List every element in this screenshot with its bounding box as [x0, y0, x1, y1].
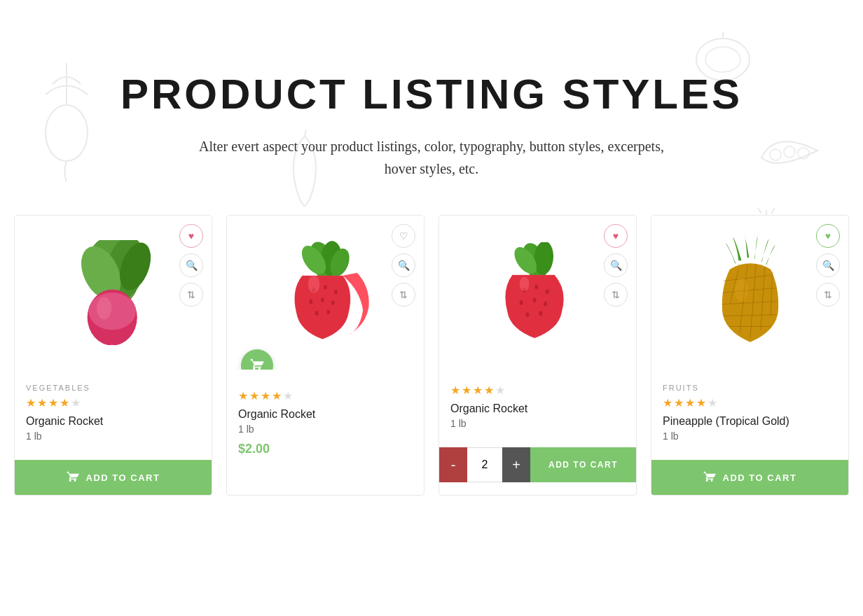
product-card-1: ♥ 🔍 ⇅ VEGETABLES ★ ★ ★ ★ ★ Organic Rocke… [14, 215, 212, 496]
qty-input-3[interactable] [467, 447, 502, 482]
star-2-3: ★ [261, 389, 270, 402]
cart-overlay-btn-2[interactable] [241, 349, 273, 370]
svg-point-46 [534, 284, 538, 289]
product-category-1: VEGETABLES [26, 384, 200, 392]
qty-plus-btn-3[interactable]: + [502, 447, 530, 482]
star-4-5: ★ [707, 396, 717, 410]
qty-cart-row-3: - + ADD TO CART [439, 447, 636, 482]
product-info-4: FRUITS ★ ★ ★ ★ ★ Pineapple (Tropical Gol… [651, 370, 848, 460]
product-image-wrapper-3: ♥ 🔍 ⇅ [439, 216, 636, 370]
product-image-wrapper-4: ♥ 🔍 ⇅ [651, 216, 848, 370]
wishlist-btn-1[interactable]: ♥ [179, 224, 203, 248]
product-card-3: ♥ 🔍 ⇅ ★ ★ ★ ★ ★ Organic Rocket 1 lb - [439, 215, 637, 496]
svg-point-36 [321, 298, 324, 302]
zoom-btn-4[interactable]: 🔍 [816, 253, 840, 277]
star-3-2: ★ [462, 384, 471, 397]
product-weight-4: 1 lb [663, 430, 837, 442]
stars-4: ★ ★ ★ ★ ★ [663, 396, 837, 410]
products-grid: ♥ 🔍 ⇅ VEGETABLES ★ ★ ★ ★ ★ Organic Rocke… [14, 215, 849, 496]
star-1-3: ★ [48, 396, 58, 410]
svg-point-50 [544, 301, 547, 306]
product-info-2: ★ ★ ★ ★ ★ Organic Rocket 1 lb $2.00 [227, 370, 424, 476]
star-2-1: ★ [238, 389, 248, 402]
wishlist-btn-3[interactable]: ♥ [604, 224, 628, 248]
cart-icon-4 [703, 471, 716, 484]
star-3-5: ★ [495, 384, 505, 397]
zoom-btn-2[interactable]: 🔍 [392, 253, 415, 277]
product-image-wrapper-1: ♥ 🔍 ⇅ [15, 216, 212, 370]
add-to-cart-label-3: ADD TO CART [548, 460, 618, 470]
cart-icon-overlay-2 [250, 358, 264, 370]
star-2-5: ★ [283, 389, 293, 402]
svg-point-48 [520, 300, 523, 304]
product-image-2 [268, 239, 383, 347]
svg-point-26 [88, 293, 136, 330]
star-1-2: ★ [37, 396, 47, 410]
add-to-cart-btn-3[interactable]: ADD TO CART [530, 447, 636, 482]
page-title: PRODUCT LISTING STYLES [14, 70, 849, 118]
add-to-cart-label-4: ADD TO CART [723, 472, 797, 483]
stars-2: ★ ★ ★ ★ ★ [238, 389, 413, 402]
page-subtitle: Alter evert aspect your product listings… [186, 135, 677, 180]
product-name-1: Organic Rocket [26, 415, 200, 428]
product-image-wrapper-2: ♡ 🔍 ⇅ [227, 216, 424, 370]
star-2-4: ★ [272, 389, 282, 402]
compare-btn-2[interactable]: ⇅ [392, 283, 415, 307]
product-actions-1: ♥ 🔍 ⇅ [179, 224, 203, 307]
add-to-cart-btn-1[interactable]: ADD TO CART [15, 460, 212, 495]
add-to-cart-label-1: ADD TO CART [86, 472, 160, 483]
wishlist-btn-2[interactable]: ♡ [392, 224, 415, 248]
compare-btn-1[interactable]: ⇅ [179, 283, 203, 307]
svg-point-39 [326, 309, 330, 314]
zoom-btn-3[interactable]: 🔍 [604, 253, 628, 277]
svg-point-27 [97, 297, 111, 319]
star-1-5: ★ [71, 396, 81, 410]
svg-line-13 [771, 208, 775, 214]
svg-point-35 [309, 299, 312, 304]
svg-point-51 [525, 312, 529, 317]
product-actions-2: ♡ 🔍 ⇅ [392, 224, 415, 307]
svg-point-47 [546, 289, 549, 294]
product-image-3 [483, 242, 592, 344]
svg-point-41 [308, 275, 320, 293]
svg-point-49 [533, 298, 537, 302]
product-name-4: Pineapple (Tropical Gold) [663, 415, 837, 428]
product-image-4 [698, 230, 803, 356]
svg-line-12 [758, 208, 761, 214]
product-actions-4: ♥ 🔍 ⇅ [816, 224, 840, 307]
svg-point-38 [315, 311, 319, 316]
product-weight-2: 1 lb [238, 424, 413, 435]
star-1-4: ★ [60, 396, 69, 410]
product-image-1 [57, 240, 170, 345]
product-price-2: $2.00 [238, 442, 413, 456]
product-category-4: FRUITS [663, 384, 837, 392]
svg-point-53 [520, 276, 530, 291]
svg-point-40 [352, 303, 357, 312]
product-card-2: ♡ 🔍 ⇅ ★ ★ ★ ★ ★ Organic Rocket 1 lb $2.0… [226, 215, 424, 496]
add-to-cart-btn-4[interactable]: ADD TO CART [651, 460, 848, 495]
compare-btn-4[interactable]: ⇅ [816, 283, 840, 307]
header-section: PRODUCT LISTING STYLES Alter evert aspec… [14, 28, 849, 180]
star-4-2: ★ [674, 396, 684, 410]
product-weight-1: 1 lb [26, 430, 200, 442]
qty-minus-btn-3[interactable]: - [439, 447, 467, 482]
wishlist-btn-4[interactable]: ♥ [816, 224, 840, 248]
star-3-3: ★ [473, 384, 483, 397]
zoom-btn-1[interactable]: 🔍 [179, 253, 203, 277]
star-4-1: ★ [663, 396, 672, 410]
star-4-4: ★ [696, 396, 706, 410]
product-weight-3: 1 lb [450, 418, 625, 429]
star-1-1: ★ [26, 396, 36, 410]
svg-point-34 [334, 289, 338, 294]
star-2-2: ★ [249, 389, 259, 402]
svg-point-52 [539, 311, 542, 316]
compare-btn-3[interactable]: ⇅ [604, 283, 628, 307]
product-name-3: Organic Rocket [450, 402, 625, 415]
product-name-2: Organic Rocket [238, 408, 413, 421]
stars-3: ★ ★ ★ ★ ★ [450, 384, 625, 397]
product-actions-3: ♥ 🔍 ⇅ [604, 224, 628, 307]
product-card-4: ♥ 🔍 ⇅ FRUITS ★ ★ ★ ★ ★ Pineapple (Tropic… [651, 215, 849, 496]
svg-point-33 [324, 284, 327, 289]
cart-icon-1 [67, 471, 79, 484]
star-4-3: ★ [685, 396, 695, 410]
